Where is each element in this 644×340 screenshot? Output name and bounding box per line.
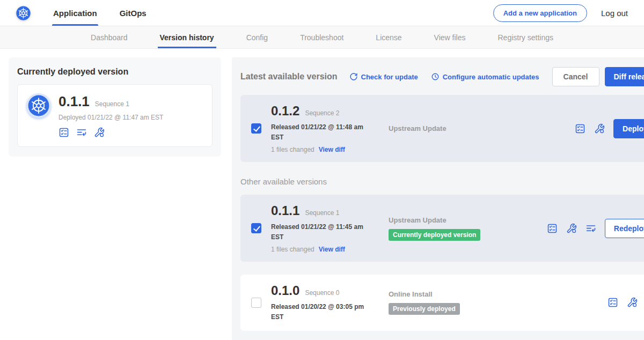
subnav-tab-config[interactable]: Config	[246, 26, 268, 48]
check-for-update-label: Check for update	[361, 73, 418, 81]
source-label: Upstream Update	[389, 216, 547, 224]
version-actions: Redeploy	[547, 219, 644, 238]
check-for-update-link[interactable]: Check for update	[349, 72, 418, 81]
config-wrench-icon[interactable]	[594, 123, 605, 134]
tab-application[interactable]: Application	[53, 0, 97, 26]
version-number: 0.1.0	[271, 283, 299, 298]
refresh-icon	[349, 72, 358, 81]
topnav-right: Add a new application Log out	[493, 4, 628, 22]
diff-icon[interactable]	[76, 127, 87, 138]
released-timestamp: Released 01/21/22 @ 11:45 am EST	[271, 222, 374, 242]
version-history-panel: Latest available version Check for updat…	[232, 57, 644, 340]
deployed-timestamp: Deployed 01/21/22 @ 11:47 am EST	[58, 114, 163, 121]
version-sequence: Sequence 0	[305, 289, 339, 297]
view-diff-link[interactable]: View diff	[319, 246, 345, 253]
subnav-tab-troubleshoot[interactable]: Troubleshoot	[300, 26, 343, 48]
latest-version-header: Latest available version Check for updat…	[240, 67, 644, 86]
app-icon	[26, 93, 51, 118]
version-row: 0.1.2 Sequence 2 Released 01/21/22 @ 11:…	[240, 95, 644, 162]
version-row: 0.1.0 Sequence 0 Released 01/20/22 @ 03:…	[240, 275, 644, 330]
source-label: Online Install	[389, 290, 608, 298]
currently-deployed-title: Currently deployed version	[17, 67, 213, 77]
add-new-application-button[interactable]: Add a new application	[493, 4, 587, 22]
config-wrench-icon[interactable]	[94, 127, 105, 138]
view-diff-link[interactable]: View diff	[319, 146, 345, 153]
release-notes-icon[interactable]	[58, 127, 69, 138]
version-info: 0.1.2 Sequence 2 Released 01/21/22 @ 11:…	[271, 104, 386, 153]
released-timestamp: Released 01/21/22 @ 11:48 am EST	[271, 122, 374, 142]
config-wrench-icon[interactable]	[566, 223, 577, 234]
currently-deployed-panel: Currently deployed version 0.1.1 Sequenc…	[9, 57, 221, 157]
top-navbar: Application GitOps Add a new application…	[0, 0, 644, 26]
other-versions-title: Other available versions	[240, 177, 644, 186]
diff-releases-button[interactable]: Diff releases	[605, 67, 644, 86]
latest-version-title: Latest available version	[240, 72, 338, 82]
version-source: Upstream Update	[386, 124, 575, 132]
files-changed: 1 files changed	[271, 246, 314, 253]
version-checkbox[interactable]	[251, 223, 261, 233]
released-timestamp: Released 01/20/22 @ 03:05 pm EST	[271, 302, 374, 322]
version-sequence: Sequence 1	[305, 209, 339, 217]
previously-deployed-badge: Previously deployed	[389, 303, 460, 315]
files-changed: 1 files changed	[271, 146, 314, 153]
version-actions: Deploy	[575, 119, 644, 138]
subnav-tab-view-files[interactable]: View files	[434, 26, 466, 48]
deployed-sequence: Sequence 1	[95, 100, 129, 108]
config-wrench-icon[interactable]	[627, 297, 638, 308]
version-number: 0.1.2	[271, 104, 299, 119]
kubernetes-logo-icon	[16, 6, 31, 20]
subnav-tab-license[interactable]: License	[376, 26, 401, 48]
version-checkbox[interactable]	[251, 123, 261, 134]
deployed-version-card: 0.1.1 Sequence 1 Deployed 01/21/22 @ 11:…	[17, 84, 213, 147]
version-actions	[608, 297, 644, 308]
version-number: 0.1.1	[271, 203, 299, 218]
deployed-status-badge: Currently deployed version	[389, 229, 480, 241]
version-info: 0.1.0 Sequence 0 Released 01/20/22 @ 03:…	[271, 283, 386, 322]
version-row: 0.1.1 Sequence 1 Released 01/21/22 @ 11:…	[240, 195, 644, 262]
release-notes-icon[interactable]	[575, 123, 586, 134]
source-label: Upstream Update	[389, 124, 575, 132]
tab-gitops[interactable]: GitOps	[120, 0, 147, 26]
deployed-version-number: 0.1.1	[58, 93, 90, 110]
version-source: Upstream Update Currently deployed versi…	[386, 216, 547, 241]
app-subnav: Dashboard Version history Config Trouble…	[0, 26, 644, 49]
schedule-icon	[431, 72, 440, 81]
configure-auto-updates-link[interactable]: Configure automatic updates	[431, 72, 539, 81]
version-info: 0.1.1 Sequence 1 Released 01/21/22 @ 11:…	[271, 203, 386, 253]
subnav-tab-registry-settings[interactable]: Registry settings	[498, 26, 553, 48]
version-checkbox[interactable]	[251, 298, 261, 308]
deployed-version-info: 0.1.1 Sequence 1 Deployed 01/21/22 @ 11:…	[58, 93, 163, 138]
redeploy-button[interactable]: Redeploy	[605, 219, 644, 238]
diff-icon[interactable]	[586, 223, 596, 234]
header-actions: Cancel Diff releases	[552, 67, 644, 86]
logout-link[interactable]: Log out	[601, 9, 628, 18]
deploy-button[interactable]: Deploy	[613, 119, 644, 138]
version-sequence: Sequence 2	[305, 109, 339, 117]
release-notes-icon[interactable]	[547, 223, 558, 234]
top-tabs: Application GitOps	[53, 0, 169, 26]
cancel-button[interactable]: Cancel	[552, 67, 599, 86]
version-source: Online Install Previously deployed	[386, 290, 608, 315]
configure-auto-updates-label: Configure automatic updates	[443, 73, 539, 81]
subnav-tab-dashboard[interactable]: Dashboard	[91, 26, 128, 48]
main-content: Currently deployed version 0.1.1 Sequenc…	[0, 49, 644, 340]
subnav-tab-version-history[interactable]: Version history	[160, 26, 214, 48]
release-notes-icon[interactable]	[608, 297, 618, 308]
